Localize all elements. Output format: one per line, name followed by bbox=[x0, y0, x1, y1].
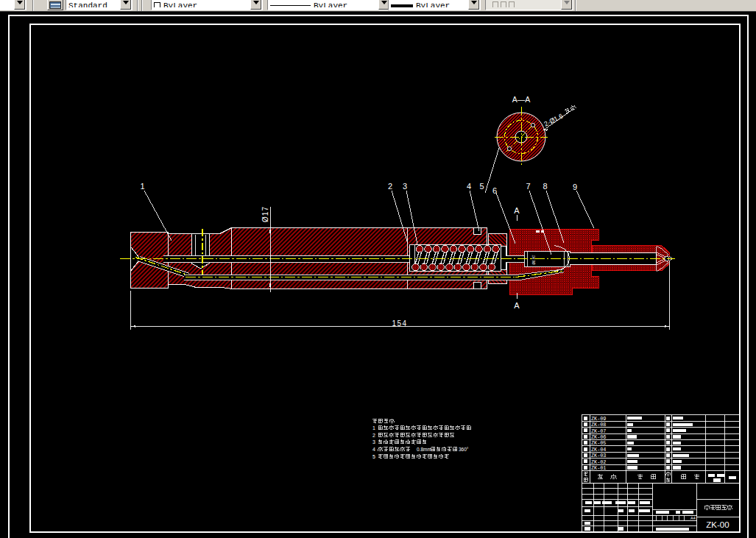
svg-text:ZK-03: ZK-03 bbox=[591, 453, 606, 459]
svg-text:3: 3 bbox=[403, 182, 407, 191]
svg-text:4: 4 bbox=[467, 182, 471, 191]
svg-text:A—A: A—A bbox=[512, 95, 531, 104]
svg-text:A: A bbox=[514, 301, 520, 310]
svg-text:154: 154 bbox=[392, 319, 407, 328]
svg-text:2-Ø1.6: 2-Ø1.6 bbox=[543, 112, 564, 127]
svg-text:ZK-09: ZK-09 bbox=[591, 416, 606, 422]
svg-text:2: 2 bbox=[372, 433, 375, 438]
svg-text:Ø6 H7: Ø6 H7 bbox=[532, 255, 536, 265]
svg-text:360°: 360° bbox=[459, 447, 469, 452]
svg-text:ZK-00: ZK-00 bbox=[706, 520, 729, 529]
svg-text:ZK-02: ZK-02 bbox=[591, 459, 606, 465]
svg-text:5: 5 bbox=[479, 182, 484, 191]
svg-text:7: 7 bbox=[526, 182, 530, 191]
svg-text:4: 4 bbox=[372, 447, 375, 452]
svg-text:ZK-08: ZK-08 bbox=[591, 422, 606, 428]
svg-text:ZK-07: ZK-07 bbox=[591, 428, 606, 434]
svg-text:Ø17: Ø17 bbox=[261, 206, 269, 222]
svg-text:A: A bbox=[514, 206, 520, 215]
svg-text:2: 2 bbox=[388, 182, 392, 191]
svg-text:ZK-01: ZK-01 bbox=[591, 465, 606, 471]
svg-text:0.8mm: 0.8mm bbox=[417, 447, 431, 452]
svg-text:ZK-06: ZK-06 bbox=[591, 434, 606, 440]
svg-text:1: 1 bbox=[372, 425, 375, 431]
svg-text:1: 1 bbox=[140, 182, 144, 191]
svg-text:ZK-05: ZK-05 bbox=[591, 440, 606, 446]
svg-text:9: 9 bbox=[573, 183, 577, 191]
svg-text:8: 8 bbox=[543, 182, 547, 191]
svg-text:A4: A4 bbox=[690, 516, 696, 520]
svg-text:5: 5 bbox=[372, 454, 375, 459]
svg-text:3: 3 bbox=[372, 439, 375, 445]
svg-text:ZK-04: ZK-04 bbox=[591, 447, 606, 453]
